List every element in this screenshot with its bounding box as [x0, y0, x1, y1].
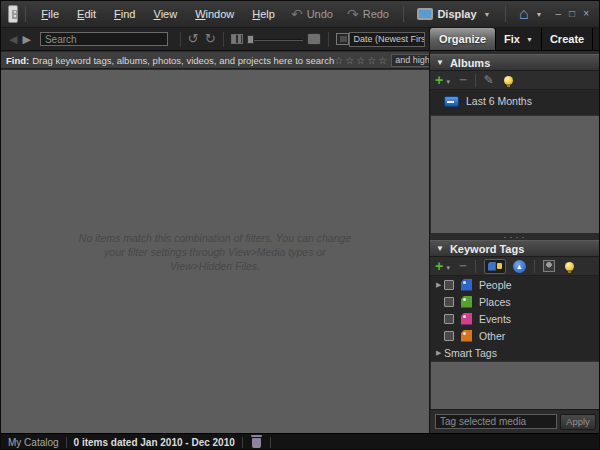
- lightbulb-icon[interactable]: [565, 262, 574, 271]
- tag-checkbox[interactable]: [444, 297, 454, 307]
- tag-media-bar: Apply: [430, 409, 600, 433]
- menu-window[interactable]: Window: [186, 1, 243, 27]
- tag-category-people[interactable]: ▶ People: [430, 276, 600, 293]
- tag-selected-media-input[interactable]: [435, 414, 557, 429]
- tag-checkbox[interactable]: [444, 331, 454, 341]
- divider: [270, 437, 271, 448]
- chevron-down-icon: ▼: [536, 11, 543, 18]
- add-keyword-tag-button[interactable]: +: [435, 260, 443, 272]
- remove-album-button[interactable]: −: [459, 75, 467, 85]
- forward-button[interactable]: ▶: [22, 33, 30, 46]
- tab-fix-label: Fix: [504, 33, 520, 45]
- redo-button[interactable]: ↷ Redo: [347, 8, 389, 20]
- albums-list: Last 6 Months: [430, 90, 600, 115]
- keyword-tags-panel-header[interactable]: ▼ Keyword Tags: [430, 240, 600, 257]
- star-5-icon[interactable]: ☆: [378, 55, 387, 66]
- star-4-icon[interactable]: ☆: [367, 55, 376, 66]
- divider: [475, 74, 476, 87]
- star-2-icon[interactable]: ☆: [345, 55, 354, 66]
- items-count: 0 items dated Jan 2010 - Dec 2010: [74, 437, 235, 448]
- albums-panel-header[interactable]: ▼ Albums: [430, 54, 600, 71]
- tab-organize[interactable]: Organize: [430, 28, 495, 50]
- face-recognition-icon[interactable]: [543, 260, 555, 272]
- menu-help[interactable]: Help: [243, 1, 284, 27]
- star-3-icon[interactable]: ☆: [356, 55, 365, 66]
- chevron-down-icon: ▼: [484, 11, 491, 18]
- catalog-name[interactable]: My Catalog: [8, 437, 59, 448]
- chevron-down-icon[interactable]: ▼: [445, 79, 451, 85]
- find-label-prefix: Find:: [6, 55, 29, 66]
- redo-icon: ↷: [347, 9, 359, 19]
- expand-triangle-icon[interactable]: ▶: [436, 349, 444, 357]
- tag-icon: [488, 262, 496, 271]
- tag-checkbox[interactable]: [444, 314, 454, 324]
- search-input[interactable]: [40, 32, 168, 46]
- album-label: Last 6 Months: [466, 95, 532, 107]
- smart-tags-item[interactable]: ▶ Smart Tags: [430, 344, 600, 361]
- menu-file[interactable]: File: [32, 1, 68, 27]
- minimize-button[interactable]: –: [556, 9, 562, 19]
- main-toolbar: ◀ ▶ ↺ ↻ Date (Newest First) ▼: [1, 28, 429, 51]
- smart-tags-label: Smart Tags: [444, 347, 497, 359]
- collapse-triangle-icon[interactable]: ▼: [436, 58, 444, 67]
- rotate-right-icon[interactable]: ↻: [205, 33, 216, 45]
- display-button[interactable]: Display ▼: [417, 8, 490, 20]
- tab-create[interactable]: Create: [541, 28, 592, 50]
- thumbnail-size-slider[interactable]: [247, 35, 303, 44]
- restore-button[interactable]: □: [569, 9, 575, 19]
- tag-icon: [461, 279, 472, 291]
- star-1-icon[interactable]: ☆: [334, 55, 343, 66]
- close-button[interactable]: ×: [583, 9, 589, 19]
- menu-edit[interactable]: Edit: [68, 1, 105, 27]
- find-bar: Find: Drag keyword tags, albums, photos,…: [1, 52, 429, 69]
- divider: [180, 32, 181, 47]
- collapse-triangle-icon[interactable]: ▼: [436, 244, 444, 253]
- monitor-icon: [417, 8, 433, 20]
- app-logo-icon: [8, 5, 18, 23]
- display-label: Display: [437, 8, 476, 20]
- keyword-tags-panel-title: Keyword Tags: [450, 243, 524, 255]
- single-photo-icon[interactable]: [307, 33, 321, 45]
- divider: [242, 437, 243, 448]
- organizer-window: File Edit Find View Window Help ↶ Undo ↷…: [0, 0, 600, 450]
- task-pane: Organize Fix ▼ Create Share ▼ Albums + ▼…: [429, 28, 600, 433]
- fullscreen-view-icon[interactable]: [336, 33, 350, 45]
- tag-category-places[interactable]: Places: [430, 293, 600, 310]
- tab-fix[interactable]: Fix ▼: [495, 28, 541, 50]
- tab-share[interactable]: Share: [592, 28, 600, 50]
- album-item-last-6-months[interactable]: Last 6 Months: [430, 90, 600, 112]
- chevron-down-icon[interactable]: ▼: [445, 265, 451, 271]
- undo-button[interactable]: ↶ Undo: [291, 8, 333, 20]
- divider: [475, 260, 476, 273]
- star-rating-filter: ☆ ☆ ☆ ☆ ☆: [334, 55, 387, 66]
- remove-keyword-tag-button[interactable]: −: [459, 261, 467, 271]
- home-button[interactable]: ⌂ ▼: [519, 7, 543, 21]
- rotate-left-icon[interactable]: ↺: [188, 33, 199, 45]
- chevron-down-icon[interactable]: ▼: [526, 36, 533, 43]
- apply-button[interactable]: Apply: [560, 414, 596, 430]
- tag-icon: [461, 296, 472, 308]
- date-sort-value: Date (Newest First): [353, 34, 425, 44]
- small-thumbnails-icon[interactable]: [231, 34, 244, 44]
- menu-view[interactable]: View: [144, 1, 186, 27]
- menu-find[interactable]: Find: [105, 1, 144, 27]
- tag-label: People: [479, 279, 512, 291]
- add-album-button[interactable]: +: [435, 74, 443, 86]
- tag-category-events[interactable]: Events: [430, 310, 600, 327]
- edit-album-icon[interactable]: ✎: [484, 73, 494, 87]
- panel-resize-grip[interactable]: ····: [430, 233, 600, 240]
- albums-panel-empty-area: [431, 115, 600, 233]
- tag-category-other[interactable]: Other: [430, 327, 600, 344]
- expand-triangle-icon[interactable]: ▶: [436, 281, 444, 289]
- lightbulb-icon[interactable]: [504, 76, 513, 85]
- sync-upload-icon[interactable]: ▲: [513, 260, 526, 273]
- date-sort-dropdown[interactable]: Date (Newest First) ▼: [349, 32, 425, 47]
- tag-lock-button[interactable]: [484, 259, 506, 274]
- divider: [328, 32, 329, 47]
- tag-checkbox[interactable]: [444, 280, 454, 290]
- back-button[interactable]: ◀: [9, 33, 17, 46]
- message-line-1: No items match this combination of filte…: [79, 231, 351, 245]
- slider-handle[interactable]: [247, 35, 254, 44]
- trash-icon[interactable]: [252, 438, 261, 448]
- slider-track: [247, 39, 303, 41]
